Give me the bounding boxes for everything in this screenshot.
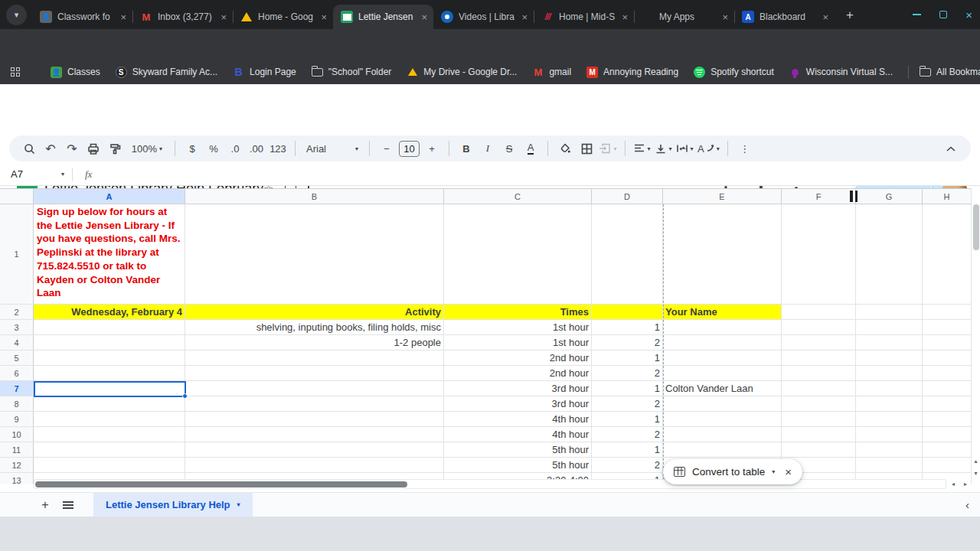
row-header-2[interactable]: 2 — [0, 305, 34, 320]
bookmark-gmail[interactable]: Mgmail — [532, 67, 571, 78]
cell-C10[interactable]: 4th hour — [444, 427, 592, 442]
vertical-scrollbar[interactable] — [971, 188, 980, 484]
cell-D3[interactable]: 1 — [592, 320, 663, 335]
close-icon[interactable]: × — [521, 11, 528, 23]
fill-color-icon[interactable] — [556, 139, 574, 158]
row-header[interactable]: 4 — [0, 335, 34, 350]
scroll-left-icon[interactable]: ◂ — [952, 481, 955, 487]
cell[interactable] — [856, 427, 923, 442]
bold-button[interactable]: B — [457, 139, 475, 158]
cell-C8[interactable]: 3rd hour — [444, 396, 592, 412]
chevron-down-icon[interactable]: ▾ — [772, 468, 775, 475]
cell[interactable] — [856, 204, 923, 305]
formula-input[interactable] — [92, 163, 980, 185]
format-percent-button[interactable]: % — [204, 139, 223, 158]
cell-B2[interactable]: Activity — [185, 305, 444, 320]
new-tab-button[interactable]: + — [841, 6, 859, 24]
cell-B3[interactable]: shelving, inputing books, filing holds, … — [185, 320, 444, 335]
cell-A1-note[interactable]: Sign up below for hours at the Lettie Je… — [34, 204, 185, 305]
cell-D8[interactable]: 2 — [592, 396, 663, 412]
column-resize-handle[interactable] — [850, 191, 860, 202]
column-header-C[interactable]: C — [444, 188, 592, 204]
scroll-down-icon[interactable]: ▾ — [972, 470, 980, 477]
bookmark-school-folder[interactable]: "School" Folder — [312, 67, 392, 77]
cell[interactable] — [856, 442, 923, 458]
cell[interactable] — [663, 366, 782, 381]
cell[interactable] — [663, 204, 782, 305]
scroll-up-icon[interactable]: ▴ — [972, 458, 980, 465]
merge-cells-icon[interactable]: ▾ — [599, 139, 617, 158]
name-box[interactable]: A7▾ — [0, 168, 64, 180]
cell[interactable] — [782, 366, 856, 381]
cell-D2[interactable] — [592, 305, 663, 320]
cell-D10[interactable]: 2 — [592, 427, 663, 442]
collapse-toolbar-icon[interactable] — [942, 139, 960, 158]
row-header-1[interactable]: 1 — [0, 204, 34, 305]
cell-C6[interactable]: 2nd hour — [444, 366, 592, 381]
decrease-font-size-button[interactable]: − — [377, 139, 396, 158]
scroll-right-icon[interactable]: ▸ — [964, 481, 967, 487]
text-wrap-icon[interactable]: ▾ — [676, 139, 694, 158]
cell[interactable] — [663, 320, 782, 335]
horizontal-align-icon[interactable]: ▾ — [633, 139, 652, 158]
add-sheet-icon[interactable]: + — [34, 498, 57, 512]
cell[interactable] — [782, 412, 856, 427]
tab-inbox[interactable]: M Inbox (3,277)× — [132, 5, 233, 29]
cell[interactable] — [34, 350, 185, 366]
cell[interactable] — [663, 350, 782, 366]
cell[interactable] — [782, 396, 856, 412]
close-icon[interactable]: × — [622, 11, 628, 23]
cell[interactable] — [663, 427, 782, 442]
cell[interactable] — [185, 396, 444, 412]
cell[interactable] — [923, 305, 971, 320]
cell[interactable] — [782, 442, 856, 458]
row-header[interactable]: 12 — [0, 458, 34, 473]
cell-C7[interactable]: 3rd hour — [444, 381, 592, 396]
cell[interactable] — [782, 204, 856, 305]
apps-grid-icon[interactable] — [11, 67, 20, 77]
cell[interactable] — [34, 320, 185, 335]
strikethrough-button[interactable]: S — [500, 139, 518, 158]
cell[interactable] — [923, 320, 971, 335]
cell[interactable] — [185, 350, 444, 366]
window-close-button[interactable]: × — [965, 9, 972, 21]
italic-button[interactable]: I — [479, 139, 497, 158]
cell[interactable] — [782, 320, 856, 335]
tab-lettie-jensen-active[interactable]: Lettie Jensen× — [333, 5, 433, 29]
cell[interactable] — [923, 412, 971, 427]
cell[interactable] — [34, 366, 185, 381]
close-icon[interactable]: × — [785, 465, 792, 478]
sheet-tab-active[interactable]: Lettie Jensen Library Help▾ — [93, 493, 253, 517]
print-icon[interactable] — [84, 139, 103, 158]
row-header-7-selected[interactable]: 7 — [0, 381, 34, 396]
tab-midstate[interactable]: /// Home | Mid-S× — [534, 5, 634, 29]
column-header-H[interactable]: H — [923, 188, 971, 204]
cell[interactable] — [34, 442, 185, 458]
cell-C9[interactable]: 4th hour — [444, 412, 592, 427]
collapse-panel-icon[interactable]: ‹ — [965, 498, 969, 511]
cell-C3[interactable]: 1st hour — [444, 320, 592, 335]
cell[interactable] — [923, 204, 971, 305]
font-select[interactable]: Arial▾ — [303, 139, 361, 158]
close-icon[interactable]: × — [421, 11, 427, 23]
cell[interactable] — [663, 335, 782, 350]
tab-my-apps[interactable]: My Apps× — [634, 5, 734, 29]
cell-D5[interactable]: 1 — [592, 350, 663, 366]
close-icon[interactable]: × — [220, 11, 227, 23]
cell[interactable] — [185, 458, 444, 473]
format-currency-button[interactable]: $ — [183, 139, 201, 158]
cell[interactable] — [34, 335, 185, 350]
number-format-button[interactable]: 123 — [269, 139, 287, 158]
row-header[interactable]: 10 — [0, 427, 34, 442]
cell-C12[interactable]: 5th hour — [444, 458, 592, 473]
cell[interactable] — [34, 427, 185, 442]
cell[interactable] — [185, 427, 444, 442]
cell-C5[interactable]: 2nd hour — [444, 350, 592, 366]
cell-D12[interactable]: 2 — [592, 458, 663, 473]
text-color-button[interactable]: A — [521, 139, 540, 158]
row-header[interactable]: 11 — [0, 442, 34, 458]
font-size-input[interactable]: 10 — [399, 141, 420, 157]
tab-drive-home[interactable]: Home - Goog× — [233, 5, 333, 29]
column-header-E[interactable]: E — [663, 188, 782, 204]
cell[interactable] — [185, 366, 444, 381]
